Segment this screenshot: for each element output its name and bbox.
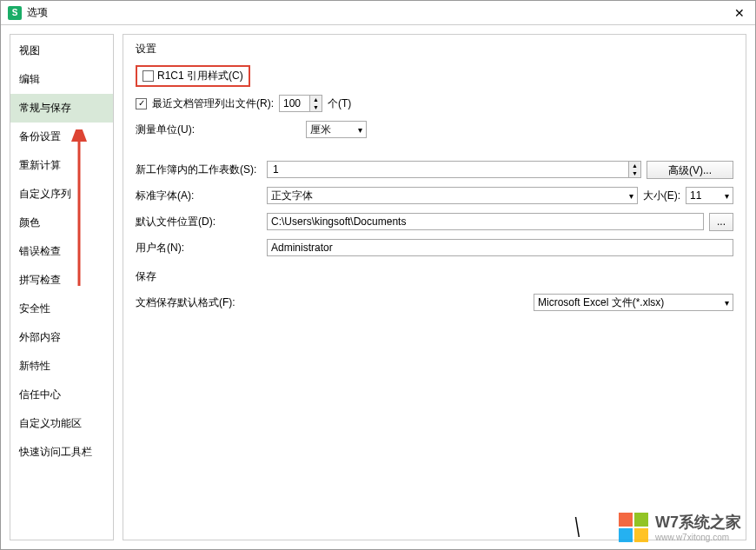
sidebar-item-qat[interactable]: 快速访问工具栏 bbox=[10, 438, 113, 467]
sidebar-item-edit[interactable]: 编辑 bbox=[10, 65, 113, 94]
section-settings-label: 设置 bbox=[136, 42, 733, 56]
advanced-button[interactable]: 高级(V)... bbox=[647, 161, 733, 179]
sidebar-item-custom-list[interactable]: 自定义序列 bbox=[10, 180, 113, 209]
watermark-divider: \ bbox=[575, 512, 580, 544]
browse-button[interactable]: ... bbox=[709, 213, 733, 231]
font-value: 正文字体 bbox=[271, 189, 313, 203]
recent-docs-checkbox[interactable]: ✓ bbox=[136, 98, 147, 109]
sidebar-item-security[interactable]: 安全性 bbox=[10, 295, 113, 323]
recent-docs-input[interactable] bbox=[280, 97, 309, 109]
close-button[interactable]: ✕ bbox=[731, 4, 748, 22]
unit-label: 测量单位(U): bbox=[136, 123, 301, 137]
spinner-down-icon[interactable]: ▼ bbox=[310, 103, 322, 111]
sheets-input[interactable] bbox=[268, 162, 628, 177]
font-label: 标准字体(A): bbox=[136, 189, 262, 203]
section-save-label: 保存 bbox=[136, 269, 733, 284]
font-size-value: 11 bbox=[690, 189, 701, 202]
path-input[interactable] bbox=[267, 213, 704, 230]
sidebar-item-custom-ribbon[interactable]: 自定义功能区 bbox=[10, 409, 113, 438]
sidebar-item-error-check[interactable]: 错误检查 bbox=[10, 237, 113, 266]
options-dialog: S 选项 ✕ 视图 编辑 常规与保存 备份设置 重新计算 自定义序列 颜色 错误… bbox=[0, 0, 756, 550]
titlebar: S 选项 ✕ bbox=[1, 1, 755, 25]
settings-panel: 设置 R1C1 引用样式(C) ✓ 最近文档管理列出文件(R): ▲▼ 个(T)… bbox=[123, 34, 746, 540]
recent-docs-row: ✓ 最近文档管理列出文件(R): ▲▼ 个(T) bbox=[136, 94, 733, 113]
dialog-body: 视图 编辑 常规与保存 备份设置 重新计算 自定义序列 颜色 错误检查 拼写检查… bbox=[1, 25, 755, 549]
watermark-url: www.w7xitong.com bbox=[655, 533, 741, 542]
r1c1-checkbox[interactable] bbox=[143, 70, 154, 82]
r1c1-highlight: R1C1 引用样式(C) bbox=[136, 65, 250, 87]
sidebar-item-recalc[interactable]: 重新计算 bbox=[10, 151, 113, 180]
recent-docs-spinner[interactable]: ▲▼ bbox=[279, 95, 322, 112]
font-size-label: 大小(E): bbox=[643, 189, 680, 203]
sheets-row: 新工作簿内的工作表数(S): ▲▼ 高级(V)... bbox=[136, 160, 733, 179]
save-format-select[interactable]: Microsoft Excel 文件(*.xlsx) bbox=[534, 294, 733, 311]
save-format-value: Microsoft Excel 文件(*.xlsx) bbox=[538, 295, 664, 310]
spinner-down-icon[interactable]: ▼ bbox=[629, 169, 640, 177]
window-title: 选项 bbox=[27, 5, 731, 20]
font-select[interactable]: 正文字体 bbox=[267, 187, 638, 204]
sidebar-item-new-features[interactable]: 新特性 bbox=[10, 352, 113, 381]
sheets-spinner[interactable]: ▲▼ bbox=[267, 161, 641, 178]
username-row: 用户名(N): bbox=[136, 238, 733, 257]
recent-docs-label: 最近文档管理列出文件(R): bbox=[152, 96, 274, 111]
sidebar-item-view[interactable]: 视图 bbox=[10, 36, 113, 65]
spinner-up-icon[interactable]: ▲ bbox=[629, 162, 640, 169]
font-size-select[interactable]: 11 bbox=[686, 187, 733, 204]
sidebar-item-trust-center[interactable]: 信任中心 bbox=[10, 381, 113, 409]
watermark: W7系统之家 www.w7xitong.com bbox=[619, 512, 741, 542]
watermark-logo-icon bbox=[619, 513, 648, 542]
save-format-row: 文档保存默认格式(F): Microsoft Excel 文件(*.xlsx) bbox=[136, 293, 733, 312]
sidebar-item-spell-check[interactable]: 拼写检查 bbox=[10, 266, 113, 295]
watermark-title: W7系统之家 bbox=[655, 512, 741, 533]
recent-docs-suffix: 个(T) bbox=[328, 96, 351, 111]
font-row: 标准字体(A): 正文字体 大小(E): 11 bbox=[136, 186, 733, 205]
unit-row: 测量单位(U): 厘米 bbox=[136, 120, 733, 139]
category-sidebar: 视图 编辑 常规与保存 备份设置 重新计算 自定义序列 颜色 错误检查 拼写检查… bbox=[10, 34, 114, 540]
r1c1-label: R1C1 引用样式(C) bbox=[157, 69, 243, 83]
spinner-up-icon[interactable]: ▲ bbox=[310, 96, 322, 103]
unit-value: 厘米 bbox=[310, 123, 331, 137]
save-format-label: 文档保存默认格式(F): bbox=[136, 295, 262, 310]
username-label: 用户名(N): bbox=[136, 241, 262, 255]
path-row: 默认文件位置(D): ... bbox=[136, 212, 733, 231]
username-input[interactable] bbox=[267, 239, 733, 256]
sidebar-item-backup[interactable]: 备份设置 bbox=[10, 123, 113, 151]
sidebar-item-color[interactable]: 颜色 bbox=[10, 209, 113, 237]
app-icon: S bbox=[8, 6, 22, 20]
sidebar-item-external[interactable]: 外部内容 bbox=[10, 323, 113, 352]
sidebar-item-general-save[interactable]: 常规与保存 bbox=[10, 94, 113, 123]
path-label: 默认文件位置(D): bbox=[136, 215, 262, 229]
sheets-label: 新工作簿内的工作表数(S): bbox=[136, 162, 262, 177]
unit-select[interactable]: 厘米 bbox=[306, 121, 367, 138]
